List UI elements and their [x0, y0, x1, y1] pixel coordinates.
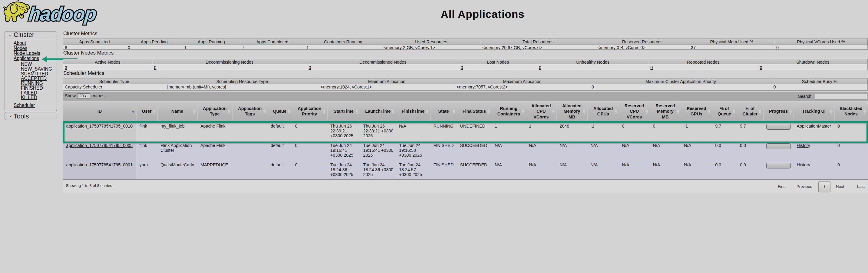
svg-text:hadoop: hadoop: [28, 3, 97, 25]
